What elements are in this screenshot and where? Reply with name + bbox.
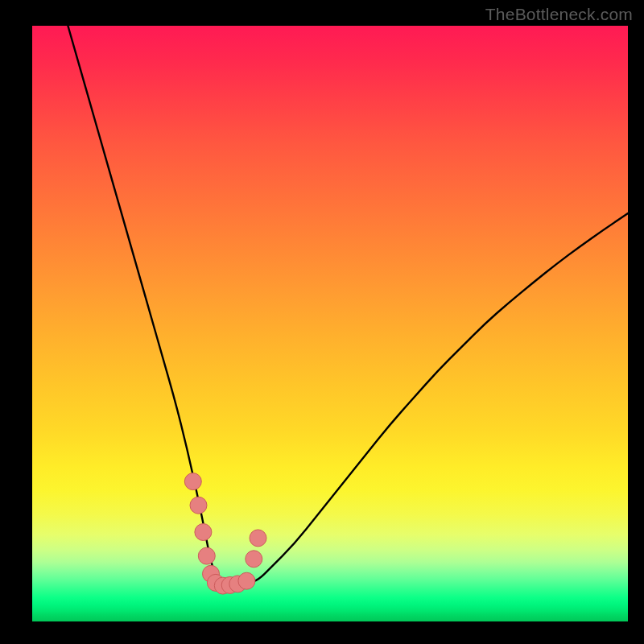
- curve-marker: [184, 473, 201, 490]
- plot-area: [32, 26, 628, 621]
- chart-frame: TheBottleneck.com: [0, 0, 644, 644]
- curve-marker: [190, 497, 207, 514]
- watermark-text: TheBottleneck.com: [485, 5, 633, 24]
- curve-marker: [250, 530, 266, 547]
- curve-marker: [198, 547, 215, 564]
- curve-marker: [195, 524, 212, 541]
- curve-marker: [246, 551, 262, 568]
- bottleneck-curve-svg: [32, 26, 628, 621]
- bottleneck-curve: [68, 26, 628, 586]
- curve-marker: [238, 572, 255, 589]
